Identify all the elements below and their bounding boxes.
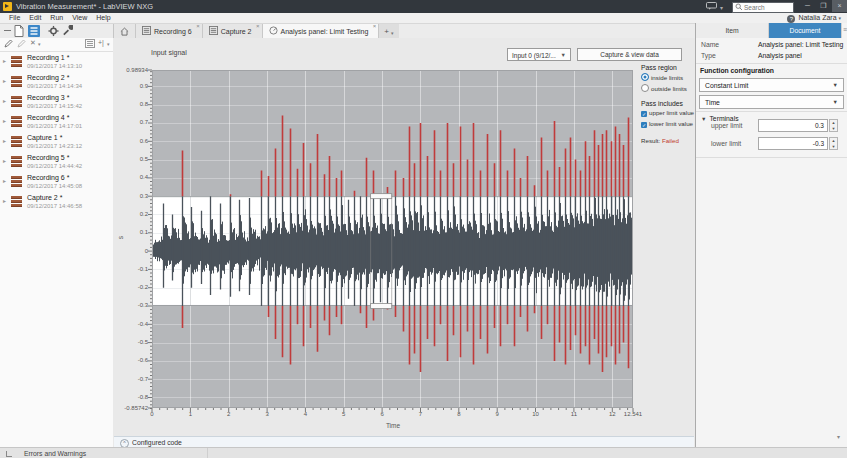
y-tick-label: 0.3 — [113, 193, 148, 199]
y-tick-label: -0.7 — [113, 376, 148, 382]
delete-icon[interactable]: ✕ — [30, 39, 36, 47]
tab-close-icon[interactable]: × — [373, 23, 377, 29]
new-tab-button[interactable]: +▾ — [379, 24, 398, 38]
limit-type-dropdown[interactable]: Constant Limit▼ — [699, 78, 844, 92]
chat-caret-icon[interactable]: ▾ — [720, 4, 723, 11]
y-tick-label: -0.3 — [113, 302, 148, 308]
search-box[interactable] — [732, 2, 794, 13]
expand-arrow-icon[interactable]: ▸ — [3, 177, 6, 184]
properties-tabs: Item Document ≡ — [696, 23, 847, 38]
menu-file[interactable]: File — [9, 14, 20, 21]
list-item-timestamp: 09/12/2017 14:44:42 — [27, 163, 82, 169]
checkbox-upper-limit[interactable]: ✓upper limit value — [641, 109, 695, 117]
domain-value: Time — [705, 99, 720, 106]
lower-limit-input[interactable]: -0.3 — [758, 137, 828, 150]
filter-list-icon[interactable] — [85, 39, 95, 49]
tab-document[interactable]: Document — [769, 23, 842, 38]
menu-edit[interactable]: Edit — [29, 14, 41, 21]
channel-dropdown-caret-icon: ▼ — [561, 49, 566, 62]
radio-outside-limits[interactable]: outside limits — [641, 84, 695, 92]
expand-arrow-icon[interactable]: ▸ — [3, 77, 6, 84]
tab-item[interactable]: Item — [696, 23, 769, 38]
list-item-recording-1[interactable]: ▸Recording 1 *09/12/2017 14:13:10 — [0, 52, 113, 72]
upper-limit-handle[interactable] — [371, 194, 392, 199]
minimize-button[interactable]: ─ — [800, 0, 815, 12]
domain-dropdown[interactable]: Time▼ — [699, 95, 844, 109]
y-tick-label: 0.8 — [113, 101, 148, 107]
close-button[interactable]: × — [832, 0, 847, 12]
tab-close-icon[interactable]: × — [256, 23, 260, 29]
list-item-timestamp: 09/12/2017 14:23:12 — [27, 143, 82, 149]
pass-includes-label: Pass includes — [641, 100, 695, 107]
spin-down-icon[interactable]: ▼ — [830, 126, 837, 132]
delete-caret-icon[interactable]: ▾ — [38, 41, 41, 47]
tab-capture-2[interactable]: Capture 2× — [203, 24, 263, 38]
capture-view-data-button[interactable]: Capture & view data — [577, 48, 682, 61]
result-row: Result: Failed — [641, 137, 695, 144]
x-tick-label: 9 — [482, 411, 512, 417]
menu-help[interactable]: Help — [96, 14, 110, 21]
expand-arrow-icon[interactable]: ▸ — [3, 97, 6, 104]
type-label: Type — [701, 52, 716, 59]
channel-dropdown[interactable]: Input 0 (9/12/...▼ — [507, 48, 571, 61]
status-bar: Errors and Warnings — [0, 447, 847, 458]
name-label: Name — [701, 41, 719, 48]
tab-strip-items: Recording 6×Capture 2×Analysis panel: Li… — [136, 24, 379, 38]
user-menu[interactable]: ?Natalia Zara ▾ — [787, 14, 841, 23]
tab-analysis-panel-limit-testing[interactable]: Analysis panel: Limit Testing× — [263, 24, 380, 38]
tab-recording-6[interactable]: Recording 6× — [136, 24, 203, 38]
expand-arrow-icon[interactable]: ▸ — [3, 197, 6, 204]
add-item-caret-icon[interactable]: ▾ — [107, 41, 110, 47]
configured-code-label: Configured code — [132, 439, 182, 446]
expand-arrow-icon[interactable]: ▸ — [3, 137, 6, 144]
x-tick-label: 5 — [329, 411, 359, 417]
list-item-recording-2[interactable]: ▸Recording 2 *09/12/2017 14:14:34 — [0, 72, 113, 92]
panel-menu-icon[interactable]: ≡ — [842, 23, 847, 38]
upper-limit-spinner[interactable]: ▲▼ — [829, 119, 838, 132]
list-item-name: Recording 3 * — [27, 94, 69, 101]
search-icon — [735, 3, 743, 11]
edit-copy-icon[interactable] — [17, 39, 26, 49]
status-expander-icon[interactable] — [6, 451, 12, 457]
list-item-capture-2[interactable]: ▸Capture 2 *09/12/2017 14:46:58 — [0, 192, 113, 212]
list-item-recording-6[interactable]: ▸Recording 6 *09/12/2017 14:45:08 — [0, 172, 113, 192]
recording-icon — [11, 116, 22, 126]
upper-limit-input[interactable]: 0.3 — [758, 119, 828, 132]
menu-view[interactable]: View — [72, 14, 87, 21]
tab-close-icon[interactable]: × — [196, 23, 200, 29]
add-item-icon[interactable]: +| — [98, 39, 104, 46]
gear-icon[interactable] — [48, 25, 60, 37]
document-view-icon[interactable] — [14, 25, 26, 37]
list-item-recording-4[interactable]: ▸Recording 4 *09/12/2017 14:17:01 — [0, 112, 113, 132]
list-icon — [209, 26, 218, 36]
maximize-button[interactable]: ❐ — [816, 0, 831, 12]
checkbox-checked-icon: ✓ — [641, 122, 647, 128]
search-input[interactable] — [744, 4, 792, 11]
errors-warnings-label[interactable]: Errors and Warnings — [24, 450, 86, 457]
wrench-icon[interactable] — [62, 25, 74, 37]
chat-bubble-icon[interactable] — [706, 2, 717, 10]
recording-icon — [11, 76, 22, 86]
lower-limit-handle[interactable] — [371, 303, 392, 308]
waveform-plot[interactable] — [152, 70, 633, 408]
tab-home[interactable] — [114, 24, 136, 38]
expand-arrow-icon[interactable]: ▸ — [3, 157, 6, 164]
list-item-recording-3[interactable]: ▸Recording 3 *09/12/2017 14:15:42 — [0, 92, 113, 112]
lower-limit-spinner[interactable]: ▲▼ — [829, 137, 838, 150]
home-icon — [120, 27, 129, 36]
edit-icon[interactable] — [4, 39, 13, 49]
radio-inside-limits[interactable]: inside limits — [641, 73, 695, 81]
panel-bottom-caret-icon[interactable]: ▾ — [837, 433, 840, 440]
terminals-section-header[interactable]: ▼Terminals — [701, 115, 739, 122]
expand-arrow-icon[interactable]: ▸ — [3, 57, 6, 64]
list-view-icon[interactable] — [28, 25, 40, 37]
list-item-recording-5[interactable]: ▸Recording 5 *09/12/2017 14:44:42 — [0, 152, 113, 172]
list-item-capture-1[interactable]: ▸Capture 1 *09/12/2017 14:23:12 — [0, 132, 113, 152]
y-tick-label: 0.4 — [113, 174, 148, 180]
y-tick-label: 0.6 — [113, 138, 148, 144]
spin-down-icon[interactable]: ▼ — [830, 144, 837, 150]
expand-arrow-icon[interactable]: ▸ — [3, 117, 6, 124]
checkbox-lower-limit[interactable]: ✓lower limit value — [641, 120, 695, 128]
lower-limit-cb-label: lower limit value — [649, 120, 693, 127]
menu-run[interactable]: Run — [50, 14, 63, 21]
